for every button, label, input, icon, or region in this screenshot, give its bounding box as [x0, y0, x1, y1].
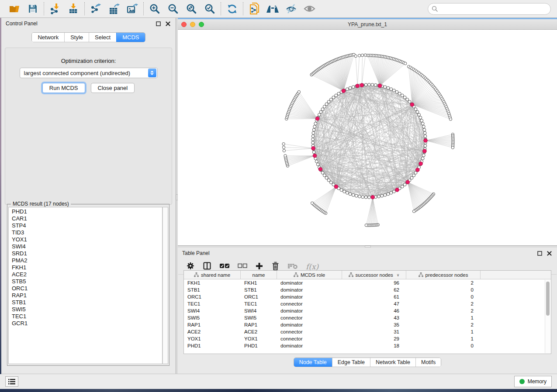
mcds-node-item[interactable]: SWI5 [12, 306, 162, 313]
tab-mcds[interactable]: MCDS [116, 33, 145, 42]
network-node[interactable] [377, 195, 381, 198]
network-node[interactable] [352, 193, 355, 196]
network-node[interactable] [361, 54, 363, 56]
mcds-result-list[interactable]: PHD1CAR1STP4TID3YOX1SWI4SRD1PMA2FKH1ACE2… [8, 207, 163, 364]
network-node[interactable] [420, 119, 423, 122]
mcds-node-item[interactable]: YOX1 [12, 236, 162, 243]
network-node[interactable] [325, 103, 328, 106]
search-box[interactable] [428, 3, 551, 15]
eye-button[interactable] [302, 2, 316, 16]
table-row[interactable]: TEC1TEC1connector472 [184, 300, 551, 307]
network-node[interactable] [424, 144, 427, 148]
network-node[interactable] [311, 135, 315, 138]
network-node[interactable] [327, 100, 330, 103]
mcds-node-item[interactable]: PMA2 [12, 257, 162, 264]
close-panel-icon[interactable] [546, 250, 553, 257]
import-network-button[interactable] [48, 2, 62, 16]
network-node[interactable] [315, 117, 319, 121]
window-minimize-icon[interactable] [190, 22, 195, 27]
save-button[interactable] [26, 2, 40, 16]
network-node[interactable] [311, 202, 313, 204]
close-panel-button[interactable]: Close panel [91, 83, 135, 93]
mcds-node-item[interactable]: STP4 [12, 222, 162, 229]
network-node[interactable] [318, 113, 321, 116]
mcds-node-item[interactable]: CAR1 [12, 215, 162, 222]
network-node[interactable] [360, 83, 364, 87]
network-node[interactable] [319, 110, 322, 113]
network-node[interactable] [349, 86, 352, 89]
open-folder-button[interactable] [7, 2, 21, 16]
mcds-node-item[interactable]: ORC1 [12, 285, 162, 292]
network-node[interactable] [393, 190, 396, 193]
network-node[interactable] [384, 86, 387, 89]
network-node[interactable] [337, 92, 340, 95]
network-node[interactable] [329, 181, 332, 184]
network-node[interactable] [318, 167, 322, 171]
network-node[interactable] [416, 168, 420, 172]
network-node[interactable] [312, 151, 315, 154]
network-node[interactable] [364, 83, 367, 86]
network-node[interactable] [332, 96, 335, 99]
mcds-list-scrollbar[interactable] [163, 207, 168, 364]
float-panel-icon[interactable] [155, 20, 162, 27]
network-node[interactable] [282, 143, 285, 145]
mcds-node-item[interactable]: STB1 [12, 299, 162, 306]
export-network-button[interactable] [89, 2, 103, 16]
network-node[interactable] [371, 195, 375, 199]
network-node[interactable] [313, 125, 316, 128]
criterion-select[interactable]: largest connected component (undirected) [20, 68, 158, 78]
zoom-in-button[interactable] [148, 2, 162, 16]
mcds-node-item[interactable]: GCR1 [12, 320, 162, 327]
mcds-node-item[interactable]: PHD1 [12, 208, 162, 215]
scrollbar-thumb[interactable] [546, 282, 550, 316]
search-input[interactable] [438, 6, 547, 12]
network-node[interactable] [352, 86, 355, 89]
table-row[interactable]: ACE2ACE2connector311 [184, 328, 551, 335]
network-node[interactable] [393, 89, 396, 92]
table-row[interactable]: FKH1FKH1dominator962 [184, 279, 551, 286]
network-node[interactable] [314, 122, 317, 125]
hide-eye-button[interactable] [284, 2, 298, 16]
network-node[interactable] [311, 141, 315, 144]
network-node[interactable] [323, 105, 326, 108]
show-panels-button[interactable] [5, 376, 18, 387]
window-close-icon[interactable] [181, 22, 187, 27]
network-node[interactable] [403, 183, 406, 186]
network-node[interactable] [410, 176, 413, 179]
export-image-button[interactable] [125, 2, 139, 16]
network-node[interactable] [395, 188, 399, 192]
network-node[interactable] [312, 131, 315, 134]
network-node[interactable] [412, 210, 415, 213]
tab-node-table[interactable]: Node Table [294, 358, 332, 367]
network-node[interactable] [401, 94, 404, 97]
mcds-node-item[interactable]: ACE2 [12, 271, 162, 278]
mcds-node-item[interactable]: SWI4 [12, 243, 162, 250]
network-node[interactable] [284, 155, 287, 157]
network-node[interactable] [335, 94, 338, 97]
network-node[interactable] [424, 135, 427, 138]
network-node[interactable] [419, 116, 422, 119]
column-header-predecessor-nodes[interactable]: predecessor nodes [406, 271, 481, 279]
network-node[interactable] [368, 196, 371, 199]
network-node[interactable] [346, 88, 349, 91]
network-node[interactable] [364, 196, 367, 199]
network-node[interactable] [423, 131, 426, 134]
network-node[interactable] [422, 154, 425, 157]
network-node[interactable] [412, 174, 415, 177]
network-node[interactable] [368, 83, 371, 86]
column-header-name[interactable]: name [241, 271, 277, 279]
column-header-shared-name[interactable]: shared name [184, 271, 241, 279]
tab-edge-table[interactable]: Edge Table [332, 358, 370, 367]
network-node[interactable] [313, 154, 317, 158]
network-node[interactable] [419, 162, 423, 166]
network-node[interactable] [358, 54, 361, 57]
network-node[interactable] [356, 84, 360, 88]
network-node[interactable] [423, 149, 427, 153]
table-row[interactable]: STB1STB1dominator620 [184, 286, 551, 293]
network-node[interactable] [371, 83, 374, 86]
network-node[interactable] [365, 224, 367, 227]
network-node[interactable] [374, 83, 377, 86]
table-row[interactable]: ORC1ORC1dominator610 [184, 293, 551, 300]
network-node[interactable] [346, 191, 349, 194]
mcds-node-item[interactable]: FKH1 [12, 264, 162, 271]
